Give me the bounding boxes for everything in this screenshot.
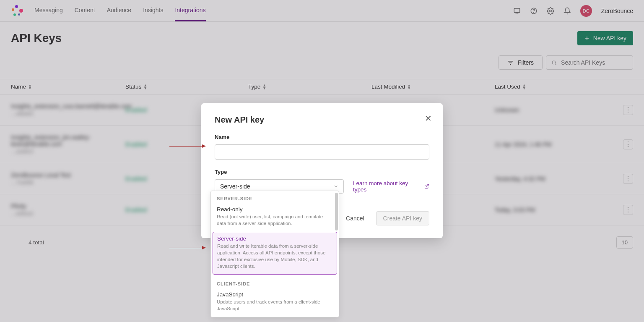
dropdown-group-client: CLIENT-SIDE (211, 276, 339, 288)
annotation-arrow (169, 146, 205, 147)
dropdown-group-server: SERVER-SIDE (211, 191, 339, 203)
dropdown-item-title: Server-side (217, 236, 332, 242)
cancel-button[interactable]: Cancel (342, 212, 369, 225)
close-icon[interactable]: ✕ (425, 113, 432, 123)
scrollbar[interactable] (335, 193, 338, 230)
dropdown-item-desc: Update users and track events from a cli… (217, 298, 333, 312)
dropdown-item-title: Read-only (217, 206, 333, 212)
dropdown-item-readonly[interactable]: Read-only Read (not write) user, list, c… (211, 203, 339, 232)
dropdown-item-title: JavaScript (217, 291, 333, 298)
annotation-arrow (169, 248, 205, 248)
dropdown-item-serverside[interactable]: Server-side Read and write Iterable data… (213, 232, 337, 274)
external-link-icon (424, 184, 429, 189)
dropdown-item-javascript[interactable]: JavaScript Update users and track events… (211, 288, 339, 317)
name-label: Name (215, 134, 429, 140)
modal-title: New API key (215, 115, 429, 125)
type-label: Type (215, 169, 429, 175)
api-key-name-input[interactable] (215, 144, 429, 160)
chevron-down-icon (333, 184, 338, 189)
dropdown-item-desc: Read (not write) user, list, campaign an… (217, 213, 333, 227)
learn-more-label: Learn more about key types (353, 180, 422, 193)
learn-more-link[interactable]: Learn more about key types (353, 180, 429, 193)
type-dropdown: SERVER-SIDE Read-only Read (not write) u… (210, 191, 339, 317)
dropdown-item-desc: Read and write Iterable data from a serv… (217, 243, 332, 270)
type-select-value: Server-side (220, 183, 250, 190)
create-api-key-button[interactable]: Create API key (376, 211, 429, 225)
